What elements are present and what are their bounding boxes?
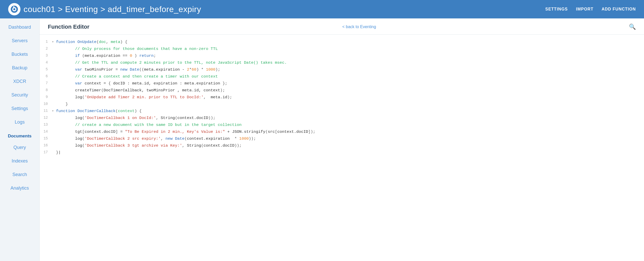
code-line-15: 15 log('DocTimerCallback 2 src expiry:',… (40, 135, 644, 142)
sidebar-item-backup[interactable]: Backup (0, 61, 39, 75)
sidebar-item-logs[interactable]: Logs (0, 115, 39, 129)
sidebar-item-dashboard[interactable]: Dashboard (0, 20, 39, 34)
logo (8, 3, 20, 15)
import-nav[interactable]: IMPORT (576, 7, 593, 12)
code-line-13: 13 // create a new document with the sam… (40, 122, 644, 128)
sidebar-item-security[interactable]: Security (0, 88, 39, 102)
code-line-10: 10 } (40, 101, 644, 108)
header-nav: SETTINGS IMPORT ADD FUNCTION (545, 7, 636, 12)
main-content: Function Editor < back to Eventing 🔍 1 ▾… (40, 18, 644, 261)
code-line-4: 4 // Get the TTL and compute 2 minutes p… (40, 59, 644, 66)
settings-nav[interactable]: SETTINGS (545, 7, 568, 12)
code-line-9: 9 log('OnUpdate add Timer 2 min. prior t… (40, 94, 644, 101)
code-line-14: 14 tgt[context.docID] = "To Be Expired i… (40, 128, 644, 135)
sidebar-item-xdcr[interactable]: XDCR (0, 75, 39, 88)
code-line-2: 2 // Only process for those documents th… (40, 46, 644, 52)
main-layout: Dashboard Servers Buckets Backup XDCR Se… (0, 18, 644, 261)
sidebar-item-settings[interactable]: Settings (0, 102, 39, 115)
app-header: couch01 > Eventing > add_timer_before_ex… (0, 0, 644, 18)
sidebar-item-analytics[interactable]: Analytics (0, 181, 39, 195)
code-line-1: 1 ▾ function OnUpdate(doc, meta) { (40, 39, 644, 46)
breadcrumb: couch01 > Eventing > add_timer_before_ex… (24, 5, 201, 14)
editor-title: Function Editor (48, 24, 90, 30)
sidebar: Dashboard Servers Buckets Backup XDCR Se… (0, 18, 40, 261)
code-line-16: 16 log('DocTimerCallback 3 tgt archive v… (40, 142, 644, 149)
sidebar-item-documents[interactable]: Documents (0, 129, 39, 141)
code-line-11: 11 ▾ function DocTimerCallback(context) … (40, 108, 644, 115)
sidebar-item-servers[interactable]: Servers (0, 34, 39, 48)
code-line-8: 8 createTimer(DocTimerCallback, twoMinsP… (40, 87, 644, 94)
add-function-nav[interactable]: ADD FUNCTION (602, 7, 636, 12)
header-left: couch01 > Eventing > add_timer_before_ex… (8, 3, 201, 15)
logo-icon (10, 5, 19, 14)
code-line-17: 17 }| (40, 149, 644, 156)
code-line-3: 3 if (meta.expiration == 0 ) return; (40, 52, 644, 59)
code-line-7: 7 var context = { docID : meta.id, expir… (40, 80, 644, 87)
sidebar-item-buckets[interactable]: Buckets (0, 48, 39, 61)
editor-header: Function Editor < back to Eventing 🔍 (40, 18, 644, 35)
code-editor[interactable]: 1 ▾ function OnUpdate(doc, meta) { 2 // … (40, 35, 644, 261)
search-icon[interactable]: 🔍 (629, 24, 636, 30)
code-line-6: 6 // Create a context and then create a … (40, 73, 644, 80)
code-line-5: 5 var twoMinsPrior = new Date((meta.expi… (40, 66, 644, 73)
sidebar-item-search[interactable]: Search (0, 168, 39, 181)
sidebar-item-indexes[interactable]: Indexes (0, 154, 39, 168)
back-to-eventing-link[interactable]: < back to Eventing (342, 25, 376, 29)
sidebar-item-query[interactable]: Query (0, 141, 39, 154)
code-line-12: 12 log('DocTimerCallback 1 on DocId:', S… (40, 115, 644, 122)
svg-rect-3 (13, 6, 14, 8)
svg-point-2 (13, 8, 15, 10)
